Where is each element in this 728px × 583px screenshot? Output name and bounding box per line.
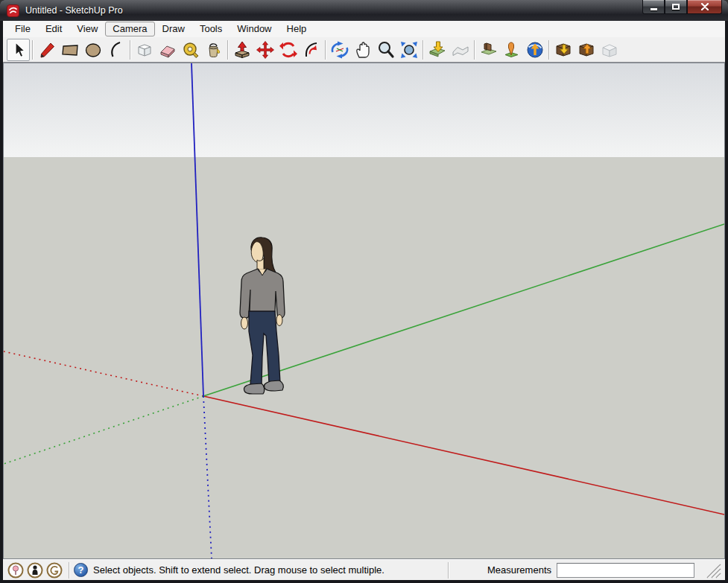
model-viewport[interactable] (3, 63, 725, 559)
arc-tool-button[interactable] (104, 39, 127, 61)
photo-textures-button[interactable] (477, 39, 500, 61)
pencil-icon (37, 40, 57, 60)
statusbar-separator (69, 562, 69, 579)
orbit-tool-button[interactable] (328, 39, 351, 61)
add-location-button[interactable] (425, 39, 449, 61)
help-question-icon[interactable]: ? (74, 563, 88, 577)
menu-item-view[interactable]: View (69, 22, 105, 36)
sketchup-logo-icon (7, 4, 19, 17)
google-earth-icon (525, 40, 545, 60)
toolbar-separator (548, 40, 549, 60)
tape-measure-button[interactable] (179, 39, 202, 61)
menu-item-camera[interactable]: Camera (105, 22, 154, 36)
figure-hand-left (241, 317, 248, 329)
paint-bucket-icon (204, 40, 224, 60)
add-new-building-button[interactable] (500, 39, 523, 61)
toggle-terrain-button[interactable] (449, 39, 472, 61)
measurements-label: Measurements (487, 564, 551, 576)
measurements-input[interactable] (557, 563, 694, 578)
select-tool-button[interactable] (7, 39, 30, 61)
get-models-crate-icon (554, 40, 573, 60)
figure-hand-right (276, 315, 282, 326)
resize-grip[interactable] (697, 561, 722, 579)
move-arrows-icon (256, 40, 275, 60)
push-pull-icon (232, 40, 252, 60)
rotate-arrows-icon (279, 40, 298, 60)
orbit-icon (330, 40, 349, 60)
help-glyph: ? (78, 564, 84, 576)
add-building-icon (502, 40, 522, 60)
menu-item-window[interactable]: Window (230, 22, 279, 36)
zoom-extents-button[interactable] (397, 39, 420, 61)
line-tool-button[interactable] (35, 39, 58, 61)
title-bar[interactable]: Untitled - SketchUp Pro (0, 0, 728, 21)
close-button[interactable] (687, 0, 722, 14)
add-location-icon (428, 40, 447, 60)
photo-textures-icon (479, 40, 498, 60)
status-hint-text: Select objects. Shift to extend select. … (93, 564, 443, 576)
share-component-ghost-icon (600, 40, 619, 60)
menu-item-draw[interactable]: Draw (155, 22, 192, 36)
rectangle-icon (60, 40, 80, 60)
circle-tool-button[interactable] (81, 39, 104, 61)
tape-measure-icon (181, 40, 200, 60)
statusbar-separator (448, 562, 449, 579)
maximize-icon (672, 4, 680, 10)
claim-credit-icon[interactable] (27, 562, 43, 579)
get-models-button[interactable] (551, 39, 575, 61)
menu-item-help[interactable]: Help (279, 22, 314, 36)
select-arrow-icon (9, 40, 28, 60)
zoom-extents-icon (399, 40, 419, 60)
component-cube-icon (135, 40, 154, 60)
toolbar-separator (325, 40, 326, 60)
offset-icon (302, 40, 321, 60)
toolbar-separator (32, 40, 33, 60)
close-icon (700, 3, 709, 10)
eraser-tool-button[interactable] (156, 39, 179, 61)
status-bar: ? Select objects. Shift to extend select… (3, 559, 725, 580)
share-model-button[interactable] (575, 39, 598, 61)
arc-icon (107, 40, 126, 60)
move-tool-button[interactable] (253, 39, 276, 61)
window-controls (642, 0, 722, 14)
paint-bucket-button[interactable] (202, 39, 225, 61)
pan-hand-icon (353, 40, 373, 60)
window-title: Untitled - SketchUp Pro (25, 5, 123, 16)
push-pull-button[interactable] (230, 39, 253, 61)
minimize-button[interactable] (642, 0, 665, 14)
share-model-crate-icon (577, 40, 596, 60)
menu-item-file[interactable]: File (7, 22, 38, 36)
magnifier-icon (376, 40, 396, 60)
menu-item-edit[interactable]: Edit (38, 22, 69, 36)
offset-tool-button[interactable] (300, 39, 323, 61)
toolbar (3, 37, 725, 63)
maximize-button[interactable] (665, 0, 687, 14)
minimize-icon (651, 8, 657, 10)
preview-in-google-earth-button[interactable] (523, 39, 546, 61)
rectangle-tool-button[interactable] (58, 39, 81, 61)
sky (4, 63, 724, 157)
menu-item-tools[interactable]: Tools (192, 22, 230, 36)
pan-tool-button[interactable] (351, 39, 374, 61)
rotate-tool-button[interactable] (276, 39, 300, 61)
figure-face (251, 242, 263, 263)
figure-shoe-left (244, 383, 264, 394)
ground-plane (4, 157, 724, 558)
sign-in-icon[interactable] (46, 562, 63, 579)
geolocation-icon[interactable] (7, 562, 24, 579)
circle-icon (83, 40, 103, 60)
toolbar-separator (422, 40, 423, 60)
toolbar-separator (130, 40, 130, 60)
sketchup-window: Untitled - SketchUp Pro File Edit View C… (0, 0, 728, 583)
toolbar-separator (227, 40, 228, 60)
zoom-tool-button[interactable] (374, 39, 397, 61)
eraser-icon (158, 40, 177, 60)
menu-bar: File Edit View Camera Draw Tools Window … (3, 21, 725, 37)
make-component-button[interactable] (133, 39, 156, 61)
toolbar-separator (474, 40, 475, 60)
terrain-icon (451, 40, 470, 60)
share-component-button-disabled[interactable] (598, 39, 621, 61)
